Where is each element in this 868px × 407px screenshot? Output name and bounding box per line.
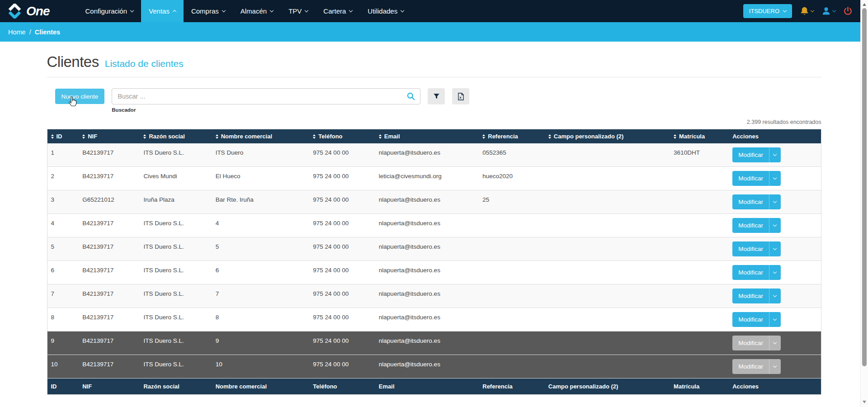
- breadcrumb-home-link[interactable]: Home: [8, 28, 26, 36]
- chevron-down-icon: [811, 9, 814, 12]
- chevron-down-icon: [773, 152, 777, 156]
- column-header-email[interactable]: Email: [375, 129, 479, 144]
- nav-item-utilidades[interactable]: Utilidades: [360, 0, 411, 22]
- cell-nombre-comercial: 9: [212, 331, 310, 355]
- column-header-campo-personalizado[interactable]: Campo personalizado (2): [545, 129, 670, 144]
- search-icon[interactable]: [406, 92, 415, 101]
- vertical-scrollbar[interactable]: [860, 0, 868, 407]
- main-menu: Configuración Ventas Compras Almacén TPV…: [77, 0, 411, 22]
- scrollbar-thumb[interactable]: [862, 8, 867, 366]
- cell-id: 10: [47, 355, 79, 379]
- table-row[interactable]: 2B42139717Cives MundiEl Hueco975 24 00 0…: [47, 167, 821, 190]
- footer-col-id: ID: [47, 379, 79, 395]
- notifications-menu[interactable]: [800, 6, 814, 16]
- cell-campo-personalizado: [545, 331, 670, 355]
- top-navbar: One Configuración Ventas Compras Almacén…: [0, 0, 868, 22]
- table-row[interactable]: 4B42139717ITS Duero S.L.4975 24 00 00nla…: [47, 214, 821, 237]
- modificar-button[interactable]: Modificar: [732, 218, 769, 233]
- cell-email: nlapuerta@itsduero.es: [375, 143, 479, 167]
- search-input[interactable]: [112, 88, 420, 104]
- cell-id: 2: [47, 167, 79, 190]
- column-header-nif[interactable]: NIF: [79, 129, 140, 144]
- cell-email: nlapuerta@itsduero.es: [375, 214, 479, 237]
- column-header-referencia[interactable]: Referencia: [479, 129, 545, 144]
- table-row[interactable]: 8B42139717ITS Duero S.L.8975 24 00 00nla…: [47, 308, 821, 331]
- modificar-split-button: Modificar: [732, 194, 781, 209]
- modificar-button[interactable]: Modificar: [732, 265, 769, 280]
- table-row[interactable]: 1B42139717ITS Duero S.L.ITS Duero975 24 …: [47, 143, 821, 167]
- modificar-dropdown-toggle[interactable]: [769, 194, 781, 209]
- modificar-dropdown-toggle[interactable]: [769, 265, 781, 280]
- table-row[interactable]: 7B42139717ITS Duero S.L.7975 24 00 00nla…: [47, 284, 821, 308]
- modificar-dropdown-toggle[interactable]: [769, 336, 781, 350]
- cell-razon-social: ITS Duero S.L.: [140, 308, 212, 331]
- nav-item-compras[interactable]: Compras: [184, 0, 233, 22]
- main-content: Clientes Listado de clientes Nuevo clien…: [0, 42, 868, 395]
- nav-item-tpv[interactable]: TPV: [281, 0, 316, 22]
- scrollbar-down-arrow[interactable]: [863, 401, 866, 403]
- modificar-dropdown-toggle[interactable]: [769, 359, 781, 374]
- modificar-button[interactable]: Modificar: [732, 194, 769, 209]
- chevron-up-icon: [173, 10, 176, 14]
- nav-item-almacen[interactable]: Almacén: [233, 0, 281, 22]
- new-client-button[interactable]: Nuevo cliente: [55, 89, 105, 104]
- breadcrumb-separator: /: [29, 28, 31, 36]
- modificar-button[interactable]: Modificar: [732, 147, 769, 162]
- modificar-button[interactable]: Modificar: [732, 289, 769, 303]
- cell-telefono: 975 24 00 00: [309, 190, 375, 214]
- modificar-button[interactable]: Modificar: [732, 336, 769, 350]
- cell-matricula: [670, 214, 729, 237]
- scrollbar-up-arrow[interactable]: [863, 3, 866, 6]
- modificar-dropdown-toggle[interactable]: [769, 289, 781, 303]
- modificar-split-button: Modificar: [732, 147, 781, 162]
- modificar-dropdown-toggle[interactable]: [769, 147, 781, 162]
- cell-razon-social: ITS Duero S.L.: [140, 261, 212, 284]
- filter-button[interactable]: [428, 88, 445, 104]
- cell-acciones: Modificar: [729, 190, 821, 214]
- user-menu[interactable]: [821, 6, 835, 16]
- sort-icon: [143, 134, 146, 139]
- cell-nif: B42139717: [79, 261, 140, 284]
- table-row[interactable]: 6B42139717ITS Duero S.L.6975 24 00 00nla…: [47, 261, 821, 284]
- cell-telefono: 975 24 00 00: [309, 143, 375, 167]
- chevron-down-icon: [222, 9, 226, 12]
- modificar-dropdown-toggle[interactable]: [769, 312, 781, 327]
- toolbar: Nuevo cliente Buscador: [47, 88, 821, 113]
- column-header-nombre-comercial[interactable]: Nombre comercial: [212, 129, 310, 144]
- footer-col-campo-personalizado: Campo personalizado (2): [545, 379, 670, 395]
- modificar-button[interactable]: Modificar: [732, 241, 769, 256]
- table-row[interactable]: 9B42139717ITS Duero S.L.9975 24 00 00nla…: [47, 331, 821, 355]
- cell-email: nlapuerta@itsduero.es: [375, 237, 479, 261]
- table-row[interactable]: 10B42139717ITS Duero S.L.10975 24 00 00n…: [47, 355, 821, 379]
- modificar-button[interactable]: Modificar: [732, 312, 769, 327]
- cell-nombre-comercial: 10: [212, 355, 310, 379]
- navbar-right: ITSDUERO: [743, 0, 853, 22]
- cell-nombre-comercial: 4: [212, 214, 310, 237]
- logout-power-button[interactable]: [843, 6, 853, 16]
- table-row[interactable]: 3G65221012Iruña PlazaBar Rte. Iruña975 2…: [47, 190, 821, 214]
- excel-export-button[interactable]: x: [452, 88, 469, 104]
- modificar-split-button: Modificar: [732, 241, 781, 256]
- column-header-telefono[interactable]: Teléfono: [309, 129, 375, 144]
- modificar-dropdown-toggle[interactable]: [769, 241, 781, 256]
- column-header-razon-social[interactable]: Razón social: [140, 129, 212, 144]
- modificar-button[interactable]: Modificar: [732, 359, 769, 374]
- cell-matricula: [670, 355, 729, 379]
- modificar-dropdown-toggle[interactable]: [769, 218, 781, 233]
- company-dropdown-button[interactable]: ITSDUERO: [743, 4, 792, 18]
- column-header-id[interactable]: ID: [47, 129, 79, 144]
- cell-referencia: [479, 284, 545, 308]
- chevron-down-icon: [773, 270, 777, 274]
- cell-acciones: Modificar: [729, 308, 821, 331]
- modificar-button[interactable]: Modificar: [732, 171, 769, 186]
- table-row[interactable]: 5B42139717ITS Duero S.L.5975 24 00 00nla…: [47, 237, 821, 261]
- modificar-dropdown-toggle[interactable]: [769, 171, 781, 186]
- app-logo[interactable]: One: [0, 0, 57, 22]
- sort-icon: [674, 134, 676, 139]
- footer-col-email: Email: [375, 379, 479, 395]
- nav-item-configuracion[interactable]: Configuración: [77, 0, 141, 22]
- column-header-matricula[interactable]: Matrícula: [670, 129, 729, 144]
- cell-referencia: 25: [479, 190, 545, 214]
- nav-item-cartera[interactable]: Cartera: [316, 0, 360, 22]
- nav-item-ventas[interactable]: Ventas: [141, 0, 184, 22]
